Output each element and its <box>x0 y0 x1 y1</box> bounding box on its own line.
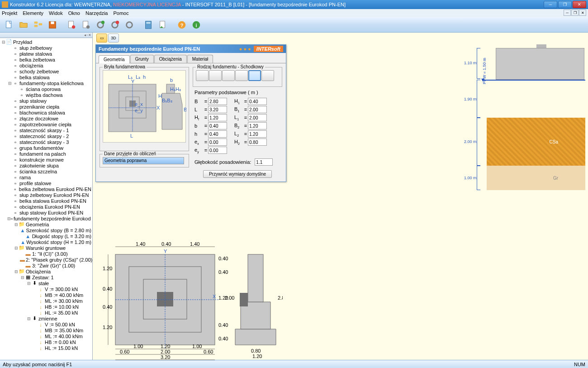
input-depth[interactable] <box>255 158 273 166</box>
tree-item[interactable]: profile stalowe <box>19 181 51 186</box>
input-H1[interactable] <box>248 98 267 105</box>
tree-item[interactable]: słup stalowy <box>19 98 47 104</box>
tree-item[interactable]: 1: "Ił (CI)" (3.00) <box>32 251 68 257</box>
input-B[interactable] <box>208 98 227 105</box>
tree-zmienne[interactable]: zmienne <box>38 316 57 321</box>
tree-zestaw[interactable]: Zestaw: 1 <box>32 275 54 280</box>
input-ey[interactable] <box>208 147 227 154</box>
tree-item[interactable]: V := 300.00 kN <box>45 287 78 292</box>
tree-item[interactable]: ML := 40.00 kNm <box>45 334 83 339</box>
tree-item[interactable]: HL := 35.00 kN <box>45 310 78 315</box>
tree-root[interactable]: Przykład <box>13 39 32 45</box>
report-icon[interactable] <box>156 19 169 31</box>
tree-item[interactable]: MB := 35.00 kNm <box>45 328 83 333</box>
tree-item[interactable]: 2: "Piasek gruby (CSa)" (2.00) <box>26 257 92 263</box>
tree-item[interactable]: HB := 0.00 kN <box>45 339 76 345</box>
tree-item[interactable]: płatew stalowa <box>19 51 52 57</box>
menu-narzedzia[interactable]: Narzędzia <box>85 10 108 16</box>
info-icon[interactable]: i <box>190 19 203 31</box>
mdi-close[interactable]: ✕ <box>579 10 586 16</box>
tree-item[interactable]: więźba dachowa <box>26 92 62 98</box>
minimize-button[interactable]: ─ <box>544 1 557 8</box>
tab-geometria[interactable]: Geometria <box>99 55 130 63</box>
menu-projekt[interactable]: Projekt <box>2 10 17 16</box>
tree-item[interactable]: stateczność skarpy - 3 <box>19 139 69 145</box>
dock-icon[interactable]: ▫ <box>86 33 88 37</box>
gear-plus-icon[interactable] <box>94 19 107 31</box>
pin-icon[interactable]: ◂ <box>84 33 86 37</box>
menu-pomoc[interactable]: Pomoc <box>114 10 129 16</box>
tab-grunty[interactable]: Grunty <box>130 55 154 63</box>
input-Hf[interactable] <box>208 114 227 121</box>
tree-item[interactable]: obciążenia <box>19 63 43 68</box>
tree-item[interactable]: słup stalowy Eurokod PN-EN <box>19 210 83 215</box>
tree-item[interactable]: belka żelbetowa Eurokod PN-EN <box>19 186 91 192</box>
type-btn-5[interactable] <box>248 70 261 81</box>
input-L1[interactable] <box>248 114 267 121</box>
tree-obciazenia[interactable]: Obciążenia <box>26 269 51 274</box>
tree-item[interactable]: 3: "Żwir (Gr)" (1.00) <box>32 263 75 268</box>
input-L2[interactable] <box>248 130 267 138</box>
tree-item[interactable]: złącze doczołowe <box>19 116 58 121</box>
maximize-button[interactable]: ❐ <box>558 1 572 8</box>
help-icon[interactable]: ? <box>175 19 188 31</box>
input-h[interactable] <box>208 130 227 138</box>
tree-item[interactable]: zapotrzebowanie ciepła <box>19 122 71 127</box>
close-button[interactable]: ✕ <box>573 1 586 8</box>
folder-tree-icon[interactable] <box>32 19 44 31</box>
tree-close-icon[interactable]: ✕ <box>88 33 91 37</box>
tree-item[interactable]: przenikanie ciepła <box>19 104 59 110</box>
view-3d-button[interactable]: 3D <box>108 33 119 43</box>
open-folder-icon[interactable] <box>17 19 30 31</box>
dialog-title-bar[interactable]: Fundamenty bezpośrednie Eurokod PN-EN ● … <box>96 45 286 53</box>
tree-item[interactable]: MB := 40.00 kNm <box>45 292 83 298</box>
tree-item[interactable]: słup żelbetowy Eurokod PN-EN <box>19 192 89 198</box>
menu-elementy[interactable]: Elementy <box>23 10 43 16</box>
tree-item[interactable]: rama <box>19 175 31 180</box>
restore-defaults-button[interactable]: Przywróć wymiary domyślne <box>203 170 272 178</box>
tree-item[interactable]: HB := 10.00 kN <box>45 304 79 310</box>
menu-okno[interactable]: Okno <box>68 10 80 16</box>
type-btn-4[interactable] <box>235 70 248 81</box>
type-btn-3[interactable] <box>222 70 235 81</box>
page-red-icon[interactable] <box>65 19 78 31</box>
type-btn-1[interactable] <box>196 70 209 81</box>
menu-widok[interactable]: Widok <box>49 10 63 16</box>
tree-item[interactable]: Długość stopy (L = 3.20 m) <box>32 234 91 239</box>
tree-item[interactable]: blachownica stalowa <box>19 110 65 115</box>
tree-item[interactable]: zakotwienie słupa <box>19 163 59 168</box>
input-L[interactable] <box>208 106 227 113</box>
tree-item[interactable]: belka stalowa <box>19 75 50 80</box>
tab-material[interactable]: Materiał <box>187 55 213 63</box>
tree-item[interactable]: konstrukcje murowe <box>19 157 64 162</box>
tree-item[interactable]: fundament na palach <box>19 151 66 157</box>
tree-item[interactable]: Wysokość stopy (H = 1.20 m) <box>26 239 91 245</box>
mdi-min[interactable]: ─ <box>564 10 571 16</box>
input-H2[interactable] <box>248 139 267 146</box>
gear-icon[interactable] <box>123 19 136 31</box>
type-btn-6[interactable] <box>261 70 274 81</box>
tree-item[interactable]: fundamenty bezpośrednie Eurokod PN-EN <box>14 216 92 221</box>
input-b[interactable] <box>208 122 227 129</box>
tree-item[interactable]: ściana oporowa <box>26 86 61 92</box>
type-btn-2[interactable] <box>209 70 222 81</box>
tree-item[interactable]: V := 50.00 kN <box>45 322 75 327</box>
tree-item[interactable]: grupa fundamentów <box>19 145 63 151</box>
view-2d-button[interactable]: ▭ <box>96 33 107 43</box>
tree-item[interactable]: stateczność skarpy - 1 <box>19 128 69 133</box>
tree-item[interactable]: stateczność skarpy - 2 <box>19 134 69 139</box>
tree-item[interactable]: schody żelbetowe <box>19 69 59 74</box>
input-ex[interactable] <box>208 139 227 146</box>
tree-stale[interactable]: stałe <box>38 281 49 286</box>
tree-item[interactable]: ML := 30.00 kNm <box>45 298 83 304</box>
save-icon[interactable] <box>46 19 59 31</box>
new-file-icon[interactable] <box>3 19 15 31</box>
tree-item[interactable]: słup żelbetowy <box>19 45 52 51</box>
tree-item[interactable]: ścianka szczelna <box>19 169 57 174</box>
tree-item[interactable]: Szerokość stopy (B = 2.80 m) <box>26 228 91 233</box>
input-B1[interactable] <box>248 106 267 113</box>
tree-geometria[interactable]: Geometria <box>26 222 49 227</box>
tree-item[interactable]: belka żelbetowa <box>19 57 55 62</box>
tree-warunki[interactable]: Warunki gruntowe <box>26 245 66 251</box>
input-B2[interactable] <box>248 122 267 129</box>
